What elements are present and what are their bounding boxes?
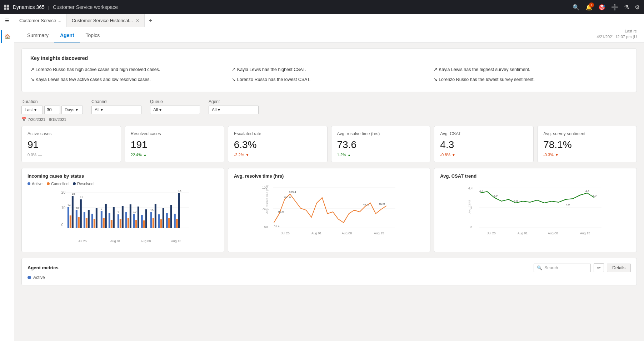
- avg-resolve-title: Avg. resolve time (hrs): [234, 173, 425, 179]
- kpi-escalated-rate: Escalated rate 6.3% -2.2% ▼: [228, 126, 328, 162]
- legend-dot-cancelled: [47, 182, 50, 185]
- add-icon[interactable]: ➕: [611, 4, 618, 11]
- svg-text:4.8: 4.8: [479, 189, 484, 193]
- kpi-value-2: 6.3%: [234, 139, 321, 151]
- svg-text:15: 15: [80, 196, 83, 199]
- agent-metrics-header: Agent metrics 🔍 Search ✏ Details: [28, 263, 631, 272]
- kpi-indicator-0: —: [38, 153, 42, 157]
- last-refresh-info: Last re 4/21/2021 12:07 pm (U: [596, 29, 637, 40]
- kpi-value-1: 191: [131, 139, 218, 151]
- tab-agent[interactable]: Agent: [54, 32, 80, 42]
- svg-text:18: 18: [72, 192, 75, 195]
- svg-rect-26: [101, 211, 103, 228]
- svg-text:Aug 15: Aug 15: [374, 231, 384, 235]
- tab-label-customer-service: Customer Service ...: [19, 18, 61, 23]
- svg-rect-25: [96, 208, 98, 228]
- kpi-value-0: 91: [28, 139, 115, 151]
- incoming-cases-chart: Incoming cases by status Active Cancelle…: [21, 168, 224, 252]
- kpi-change-4: -0.8% ▼: [440, 153, 528, 157]
- edit-columns-button[interactable]: ✏: [594, 263, 604, 272]
- agent-select[interactable]: All ▾: [209, 106, 259, 114]
- svg-rect-54: [166, 213, 168, 228]
- kpi-active-cases: Active cases 91 0.0% —: [21, 126, 121, 162]
- queue-select[interactable]: All ▾: [150, 106, 200, 114]
- svg-rect-32: [113, 207, 115, 228]
- agent-metrics-title: Agent metrics: [28, 265, 59, 270]
- kpi-label-3: Avg. resolve time (hrs): [337, 131, 425, 136]
- svg-text:4.6: 4.6: [585, 189, 590, 193]
- svg-rect-55: [168, 218, 170, 228]
- avg-resolve-svg: 100 74.5 50 Avg. resolve time (hrs) Jul …: [234, 182, 425, 242]
- channel-label: Channel: [91, 99, 141, 104]
- insights-title: Key insights discovered: [30, 55, 628, 61]
- legend-cancelled: Cancelled: [47, 182, 69, 186]
- svg-text:10: 10: [61, 206, 66, 210]
- kpi-label-4: Avg. CSAT: [440, 131, 528, 136]
- duration-type-select[interactable]: Last ▾: [21, 106, 43, 114]
- svg-rect-51: [158, 214, 160, 228]
- sidebar-home-icon[interactable]: 🏠: [1, 30, 14, 43]
- details-button[interactable]: Details: [607, 264, 631, 272]
- svg-text:15: 15: [178, 189, 181, 193]
- svg-rect-57: [174, 214, 176, 228]
- kpi-value-4: 4.3: [440, 139, 528, 151]
- legend-dot-active: [28, 182, 30, 185]
- tab-bar: ☰ Customer Service ... Customer Service …: [0, 14, 644, 27]
- notifications-icon[interactable]: 🔔1: [585, 4, 593, 11]
- svg-rect-31: [111, 220, 113, 228]
- filter-icon[interactable]: ⚗: [624, 4, 629, 11]
- settings-icon[interactable]: ⚙: [635, 4, 640, 11]
- main-content: Summary Agent Topics Last re 4/21/2021 1…: [14, 27, 644, 341]
- tab-historical[interactable]: Customer Service Historical... ✕: [67, 14, 145, 27]
- insight-item-1: Kayla Lewis has the highest CSAT.: [232, 66, 426, 73]
- tab-customer-service[interactable]: Customer Service ...: [14, 14, 67, 27]
- notification-badge: 1: [589, 2, 594, 7]
- target-icon[interactable]: 🎯: [598, 4, 605, 11]
- svg-text:Aug 01: Aug 01: [518, 231, 528, 235]
- tab-close-historical[interactable]: ✕: [136, 18, 139, 23]
- svg-text:48.3: 48.3: [363, 203, 369, 206]
- last-refresh-label: Last re: [596, 29, 637, 34]
- svg-rect-21: [86, 218, 88, 228]
- insights-card: Key insights discovered Lorenzo Russo ha…: [21, 49, 637, 92]
- sub-navigation: Summary Agent Topics Last re 4/21/2021 1…: [14, 27, 644, 43]
- tab-summary[interactable]: Summary: [21, 32, 54, 42]
- svg-rect-35: [122, 206, 124, 228]
- kpi-change-1: 22.4% ▲: [131, 153, 218, 157]
- svg-text:93.6: 93.6: [278, 210, 284, 213]
- svg-rect-49: [155, 204, 156, 228]
- incoming-cases-legend: Active Cancelled Resolved: [28, 182, 218, 186]
- svg-text:Aug 15: Aug 15: [171, 239, 181, 243]
- svg-text:Jul 25: Jul 25: [281, 231, 289, 235]
- kpi-label-1: Resolved cases: [131, 131, 218, 136]
- duration-filter: Duration Last ▾ Days ▾ 📅 7/20/2021 - 8/1…: [21, 99, 83, 122]
- svg-text:10: 10: [133, 210, 136, 213]
- date-range: 📅 7/20/2021 - 8/18/2021: [21, 117, 83, 122]
- last-refresh-time: 4/21/2021 12:07 pm (U: [596, 34, 637, 40]
- insights-grid: Lorenzo Russo has high active cases and …: [30, 66, 628, 83]
- svg-rect-40: [133, 214, 135, 228]
- queue-filter: Queue All ▾: [150, 99, 200, 114]
- svg-rect-30: [109, 213, 110, 228]
- avg-resolve-time-chart: Avg. resolve time (hrs) 100 74.5 50 Avg.…: [228, 168, 431, 252]
- kpi-label-0: Active cases: [28, 131, 115, 136]
- tab-add-button[interactable]: +: [145, 17, 156, 24]
- tab-topics[interactable]: Topics: [80, 32, 106, 42]
- kpi-indicator-2: ▼: [245, 153, 249, 157]
- apps-icon[interactable]: [4, 5, 9, 10]
- agent-search-box[interactable]: 🔍 Search: [534, 264, 591, 272]
- duration-unit-select[interactable]: Days ▾: [61, 106, 83, 114]
- kpi-label-2: Escalated rate: [234, 131, 321, 136]
- kpi-avg-survey: Avg. survey sentiment 78.1% -0.3% ▼: [537, 126, 637, 162]
- svg-rect-59: [178, 193, 180, 228]
- kpi-change-2: -2.2% ▼: [234, 153, 321, 157]
- duration-amount-input[interactable]: [44, 106, 60, 114]
- channel-select[interactable]: All ▾: [91, 106, 141, 114]
- hamburger-menu[interactable]: ☰: [0, 14, 14, 27]
- svg-text:Aug 08: Aug 08: [141, 239, 151, 243]
- search-icon[interactable]: 🔍: [573, 4, 580, 11]
- search-icon-sm: 🔍: [537, 265, 542, 270]
- kpi-indicator-1: ▲: [143, 153, 147, 157]
- insight-item-4: Lorenzo Russo has the lowest CSAT.: [232, 76, 426, 83]
- svg-text:Aug 01: Aug 01: [311, 231, 321, 235]
